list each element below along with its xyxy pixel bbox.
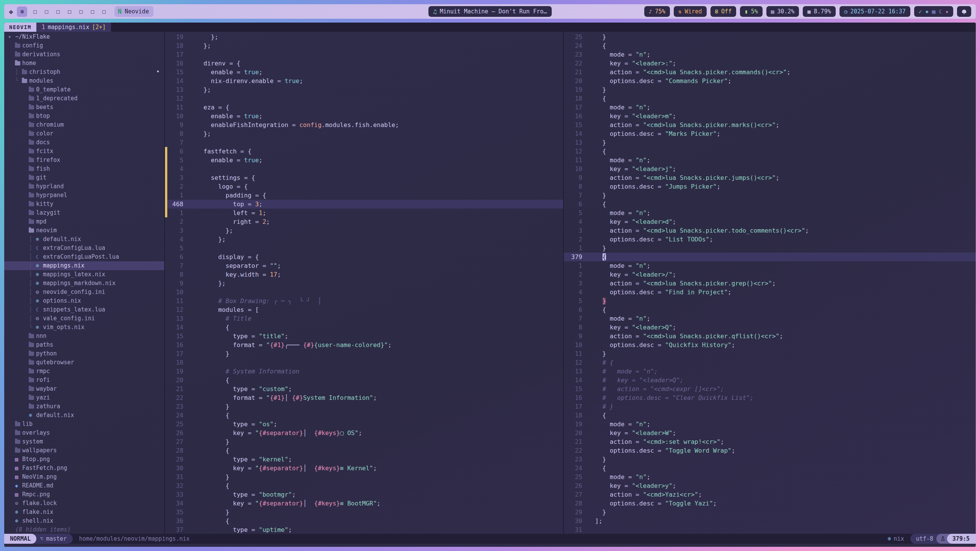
tray-star-icon[interactable]: ✦ [946,8,949,15]
tree-item[interactable]: │ ❄default.nix [4,235,164,244]
code-line[interactable]: 24 { [564,41,976,50]
code-line[interactable]: 12 # { [564,358,976,367]
code-line[interactable]: 5 [165,244,563,253]
tree-item[interactable]: (8 hidden items) [4,525,164,534]
tree-item[interactable]: fish [4,165,164,173]
code-line[interactable]: 8 key = "<leader>Q"; [564,323,976,332]
code-line[interactable]: 12 { [564,147,976,156]
tree-item[interactable]: ❄shell.nix [4,517,164,525]
code-line[interactable]: 7 separator = ""; [165,261,563,270]
tree-item[interactable]: firefox [4,156,164,165]
code-line[interactable]: 20 key = "<leader>W"; [564,429,976,437]
network-module[interactable]: ⇅Wired [674,6,707,17]
notifications-module[interactable] [957,6,971,17]
tree-item[interactable]: rmpc [4,367,164,376]
code-line[interactable]: 5 } [564,297,976,305]
tree-item[interactable]: 0_template [4,85,164,94]
code-line[interactable]: 15 enable = true; [165,68,563,77]
code-line[interactable]: 14 # key = "<leader>Q"; [564,376,976,385]
tray-display-icon[interactable]: ▤ [932,8,935,15]
code-line[interactable]: 12 [165,94,563,103]
code-line[interactable]: 11 } [564,349,976,358]
tree-item[interactable]: ⊙flake.lock [4,499,164,508]
tree-item[interactable]: ╰ ❄vim_opts.nix [4,323,164,332]
tray-moon-icon[interactable]: ☾ [939,8,942,15]
tree-item[interactable]: mpd [4,217,164,226]
code-line[interactable]: 31 } [165,473,563,481]
code-line[interactable]: 18 { [564,411,976,420]
code-line[interactable]: 5 mode = "n"; [564,209,976,217]
launcher-icon[interactable]: ❖ [9,7,13,16]
tree-item[interactable]: │ christoph• [4,68,164,77]
volume-module[interactable]: ♪75% [644,6,670,17]
tree-item[interactable]: hyprpanel [4,191,164,200]
code-line[interactable]: 23 } [564,455,976,464]
workspace-empty-button[interactable]: □ [42,8,50,15]
code-line[interactable]: 18 }; [165,41,563,50]
code-line[interactable]: 34 key = "{#separator}│ {#keys}≡ BootMGR… [165,499,563,508]
tree-item[interactable]: │ ☾extraConfigLuaPost.lua [4,253,164,261]
code-line[interactable]: 22 options.desc = "Toggle Word Wrap"; [564,446,976,455]
code-line[interactable]: 1 mode = "n"; [564,261,976,270]
tree-item[interactable]: ╰ modules [4,77,164,85]
code-line[interactable]: 8 key.width = 17; [165,270,563,279]
code-line[interactable]: 27 action = "<cmd>Yazi<cr>"; [564,490,976,499]
code-line[interactable]: 6 { [564,200,976,209]
code-line[interactable]: 3 action = "<cmd>lua Snacks.picker.todo_… [564,226,976,235]
media-player-module[interactable]: ♫ Minuit Machine – Don't Run Fro… [428,6,552,17]
code-line[interactable]: 25 type = "os"; [165,420,563,429]
code-line[interactable]: 32 { [165,481,563,490]
tree-item[interactable]: │ ⚙neovide_config.ini [4,288,164,297]
workspace-empty-button[interactable]: □ [100,8,108,15]
battery-module[interactable]: ▮5% [740,6,763,17]
tree-item[interactable]: overlays [4,429,164,437]
code-line[interactable]: 25 mode = "n"; [564,473,976,481]
code-line[interactable]: 379 { [564,253,976,261]
tree-item[interactable]: qutebrowser [4,358,164,367]
tree-item[interactable]: │ ❄mappings_markdown.nix [4,279,164,288]
tree-item[interactable]: config [4,41,164,50]
code-line[interactable]: 22 key = "<leader>:"; [564,59,976,68]
cpu-module[interactable]: ▦8.79% [803,6,836,17]
code-line[interactable]: 19 } [564,85,976,94]
tree-item[interactable]: system [4,437,164,446]
code-line[interactable]: 13 # Title [165,314,563,323]
code-line[interactable]: 4 key = "<leader>d"; [564,217,976,226]
tree-item[interactable]: lib [4,420,164,429]
code-line[interactable]: 4 options.desc = "Find in Project"; [564,288,976,297]
code-line[interactable]: 29 } [564,508,976,517]
code-line[interactable]: 9 enableFishIntegration = config.modules… [165,121,563,129]
tree-item[interactable]: │ ❄mappings.nix [4,261,164,270]
code-line[interactable]: 21 action = "<cmd>:set wrap!<cr>"; [564,437,976,446]
code-line[interactable]: 9 action = "<cmd>lua Snacks.picker.qflis… [564,332,976,341]
workspace-empty-button[interactable]: □ [31,8,39,15]
tab-mappings-nix[interactable]: 1 mappings.nix [2+] [36,23,111,32]
code-line[interactable]: 23 mode = "n"; [564,50,976,59]
tree-item[interactable]: yazi [4,393,164,402]
code-line[interactable]: 11 mode = "n"; [564,156,976,165]
code-line[interactable]: 15 type = "title"; [165,332,563,341]
code-line[interactable]: 37 type = "uptime"; [165,525,563,534]
code-line[interactable]: 6 { [564,305,976,314]
tree-item[interactable]: │ ☾snippets_latex.lua [4,305,164,314]
code-line[interactable]: 5 enable = true; [165,156,563,165]
tree-item[interactable]: ❄default.nix [4,411,164,420]
code-line[interactable]: 24 { [165,411,563,420]
tree-item[interactable]: │ ⚙vale_config.ini [4,314,164,323]
code-line[interactable]: 36 { [165,517,563,525]
tree-item[interactable]: paths [4,341,164,349]
tree-item[interactable]: color [4,129,164,138]
code-line[interactable]: 30 key = "{#separator}│ {#keys}≡ Kernel"… [165,464,563,473]
code-line[interactable]: 16 direnv = { [165,59,563,68]
tree-item[interactable]: docs [4,138,164,147]
code-line[interactable]: 29 type = "kernel"; [165,455,563,464]
tree-item[interactable]: btop [4,112,164,121]
tree-item[interactable]: ▨FastFetch.png [4,464,164,473]
code-line[interactable]: 33 type = "bootmgr"; [165,490,563,499]
tree-item[interactable]: ◆README.md [4,481,164,490]
code-line[interactable]: 4 [165,165,563,173]
tree-item[interactable]: hyprland [4,182,164,191]
code-line[interactable]: 3 action = "<cmd>lua Snacks.picker.grep(… [564,279,976,288]
memory-module[interactable]: ▤30.2% [766,6,799,17]
tree-item[interactable]: ▾~/NixFlake [4,33,164,41]
